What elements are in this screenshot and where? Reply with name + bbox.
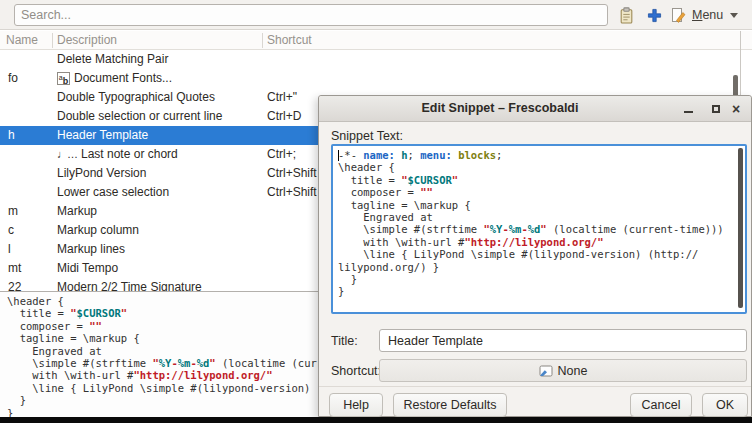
- snippet-shortcut: Ctrl+Shift: [267, 185, 317, 199]
- table-row[interactable]: Delete Matching Pair: [0, 50, 752, 69]
- snippet-description: ♩…Last note or chord: [57, 147, 178, 161]
- snippet-description: Double selection or current line: [57, 109, 222, 123]
- ok-button[interactable]: OK: [702, 393, 748, 417]
- snippet-description: Header Template: [57, 128, 148, 142]
- add-snippet-button[interactable]: [642, 3, 666, 27]
- snippet-name: c: [8, 223, 14, 237]
- snippet-name: h: [8, 128, 15, 142]
- dialog-title: Edit Snippet – Frescobaldi: [319, 101, 681, 115]
- shortcut-button[interactable]: None: [379, 359, 747, 382]
- minimize-icon: [684, 111, 693, 113]
- music-note-icon: ♩…: [57, 148, 77, 160]
- snippet-name: m: [8, 204, 18, 218]
- plus-icon: [647, 8, 662, 23]
- dialog-button-row: Help Restore Defaults Cancel OK: [319, 386, 751, 418]
- keyboard-icon: [539, 364, 553, 378]
- snippet-description: Markup lines: [57, 242, 125, 256]
- chevron-down-icon: [730, 13, 738, 18]
- list-header: Name Description Shortcut: [0, 31, 752, 50]
- maximize-button[interactable]: [707, 100, 725, 118]
- clipboard-icon: [618, 7, 635, 24]
- snippet-description: Modern 2/2 Time Signature: [57, 280, 202, 291]
- column-divider: [52, 33, 53, 48]
- snippet-shortcut: Ctrl+Shift: [267, 166, 317, 180]
- snippet-name: mt: [8, 261, 21, 275]
- snippet-name: 22: [8, 280, 21, 291]
- restore-defaults-button[interactable]: Restore Defaults: [393, 393, 507, 417]
- shortcut-label: Shortcut:: [331, 364, 381, 378]
- shortcut-value: None: [558, 364, 588, 378]
- edit-snippet-button[interactable]: [666, 3, 690, 27]
- column-divider: [262, 33, 263, 48]
- search-input[interactable]: [14, 4, 608, 26]
- snippet-shortcut: Ctrl+D: [267, 109, 301, 123]
- window-bottom-edge: [0, 417, 752, 423]
- title-input[interactable]: [379, 329, 747, 352]
- snippet-description: Lower case selection: [57, 185, 169, 199]
- column-header-shortcut[interactable]: Shortcut: [267, 33, 312, 47]
- edit-pencil-icon: [670, 7, 686, 23]
- snippet-description: Markup column: [57, 223, 139, 237]
- snippet-name: l: [8, 242, 11, 256]
- snippet-description: Markup: [57, 204, 97, 218]
- close-button[interactable]: ×: [727, 100, 745, 118]
- font-icon: ab: [57, 72, 70, 85]
- editor-scrollbar[interactable]: [738, 148, 743, 308]
- help-button[interactable]: Help: [329, 393, 383, 417]
- paste-snippet-button[interactable]: [614, 3, 638, 27]
- title-label: Title:: [331, 334, 358, 348]
- edit-snippet-dialog: Edit Snippet – Frescobaldi × Snippet Tex…: [318, 95, 752, 417]
- column-header-name[interactable]: Name: [6, 33, 38, 47]
- snippet-code: -*- name: h; menu: blocks;\header { titl…: [338, 149, 735, 298]
- snippet-description: LilyPond Version: [57, 166, 146, 180]
- minimize-button[interactable]: [679, 100, 697, 118]
- frescobaldi-snippets-window: Menu Name Description Shortcut Delete Ma…: [0, 0, 752, 423]
- snippet-text-label: Snippet Text:: [331, 129, 403, 143]
- text-cursor: [338, 150, 339, 161]
- snippet-description: Delete Matching Pair: [57, 52, 168, 66]
- menu-button[interactable]: Menu: [692, 3, 746, 27]
- snippet-shortcut: Ctrl+;: [267, 147, 296, 161]
- list-right-border: [740, 31, 741, 95]
- table-row[interactable]: foabDocument Fonts...: [0, 69, 752, 88]
- cancel-button[interactable]: Cancel: [630, 393, 692, 417]
- snippet-shortcut: Ctrl+": [267, 90, 297, 104]
- column-header-description[interactable]: Description: [57, 33, 117, 47]
- snippet-description: abDocument Fonts...: [57, 71, 172, 85]
- dialog-titlebar[interactable]: Edit Snippet – Frescobaldi ×: [319, 96, 751, 122]
- snippet-description: Midi Tempo: [57, 261, 118, 275]
- snippet-name: fo: [8, 71, 18, 85]
- snippet-description: Double Typographical Quotes: [57, 90, 215, 104]
- snippets-toolbar: Menu: [0, 0, 752, 30]
- maximize-icon: [712, 105, 720, 113]
- snippet-text-editor[interactable]: -*- name: h; menu: blocks;\header { titl…: [331, 144, 747, 314]
